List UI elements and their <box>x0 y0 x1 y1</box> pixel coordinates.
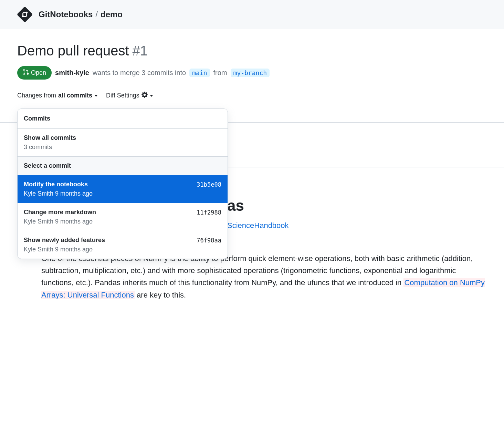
commit-item[interactable]: Show newly added features 76f98aa Kyle S… <box>18 231 228 259</box>
commit-when: 9 months ago <box>55 246 93 253</box>
commit-sha: 31b5e08 <box>197 181 221 188</box>
paragraph-end: are key to this. <box>135 291 186 299</box>
diff-settings-button[interactable]: Diff Settings <box>106 92 153 100</box>
base-branch[interactable]: main <box>189 69 210 77</box>
pull-request-icon <box>23 69 29 77</box>
commit-sha: 11f2988 <box>197 209 221 216</box>
diff-toolbar: Changes from all commits Diff Settings <box>17 92 487 100</box>
commit-title: Modify the notebooks <box>24 181 88 188</box>
status-badge: Open <box>17 66 52 80</box>
dropdown-section-label: Select a commit <box>18 157 228 175</box>
commits-dropdown: Commits Show all commits 3 commits Selec… <box>17 108 228 259</box>
commit-item[interactable]: Change more markdown 11f2988 Kyle Smith … <box>18 203 228 231</box>
diff-settings-label: Diff Settings <box>106 92 139 99</box>
commit-when: 9 months ago <box>55 218 93 225</box>
body-paragraph: One of the essential pieces of NumPy is … <box>17 252 487 301</box>
caret-down-icon <box>150 95 153 97</box>
status-text: Open <box>31 69 46 76</box>
commit-sha: 76f98aa <box>197 237 221 244</box>
commit-author: Kyle Smith <box>24 246 53 253</box>
caret-down-icon <box>94 95 98 97</box>
pr-title: Demo pull request #1 <box>17 43 487 59</box>
commit-title: Change more markdown <box>24 209 96 216</box>
pr-from-text: from <box>213 69 227 77</box>
pr-merge-text: wants to merge 3 commits into <box>93 69 186 77</box>
pr-author[interactable]: smith-kyle <box>55 69 89 77</box>
commit-author: Kyle Smith <box>24 218 53 225</box>
breadcrumb: GitNotebooks / demo <box>39 10 123 19</box>
show-all-commits-item[interactable]: Show all commits 3 commits <box>18 129 228 157</box>
breadcrumb-separator: / <box>95 10 98 19</box>
changes-from-value: all commits <box>58 92 92 99</box>
dropdown-header: Commits <box>18 109 228 129</box>
breadcrumb-org[interactable]: GitNotebooks <box>39 10 93 19</box>
commit-author: Kyle Smith <box>24 190 53 197</box>
commit-when: 9 months ago <box>55 190 93 197</box>
pr-number: #1 <box>133 43 148 59</box>
commit-item[interactable]: Modify the notebooks 31b5e08 Kyle Smith … <box>18 175 228 203</box>
show-all-sub: 3 commits <box>24 144 221 151</box>
breadcrumb-repo[interactable]: demo <box>101 10 123 19</box>
gear-icon <box>141 92 148 100</box>
changes-from-dropdown[interactable]: Changes from all commits <box>17 92 98 99</box>
commit-title: Show newly added features <box>24 237 105 244</box>
top-header: GitNotebooks / demo <box>0 0 504 29</box>
app-logo-icon <box>17 7 32 22</box>
pr-title-text: Demo pull request <box>17 43 129 59</box>
show-all-title: Show all commits <box>24 134 76 142</box>
pr-meta: Open smith-kyle wants to merge 3 commits… <box>17 66 487 80</box>
changes-from-label: Changes from <box>17 92 56 99</box>
svg-rect-0 <box>17 7 32 22</box>
head-branch[interactable]: my-branch <box>231 69 270 77</box>
